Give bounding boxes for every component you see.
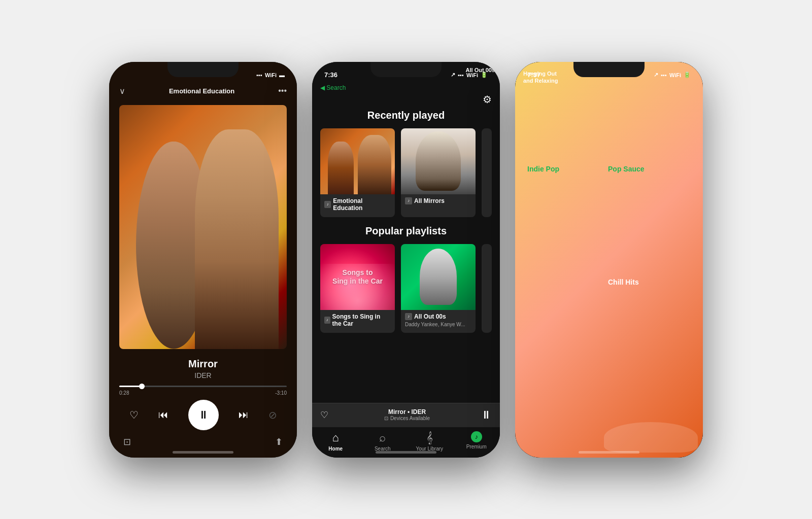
nav-library-2[interactable]: 𝄞 Your Library (406, 431, 453, 452)
mini-device-2: ⊡ Devices Available (333, 416, 481, 421)
card-stub (482, 128, 492, 217)
battery-icon-2: 🔋 (481, 72, 488, 78)
notch-2 (370, 62, 442, 77)
mini-track-name-2: Mirror • IDER (333, 408, 481, 416)
card-subtitle-all-out: Daddy Yankee, Kanye W... (405, 322, 471, 327)
np-header: ∨ Emotional Education ••• (109, 84, 297, 100)
card-name-all-out: All Out 00s (414, 313, 446, 320)
time-remaining: -3:10 (275, 390, 287, 396)
chill-cards-row: Hanging Outand Relaxing ♪ Hanging Out an… (523, 234, 695, 319)
nav-premium-label-2: Premium (466, 444, 487, 449)
album-art (119, 105, 287, 349)
status-time-3: 7:37 (527, 71, 540, 79)
album-art-container (109, 100, 297, 354)
playlist-type-icon: ♪ (324, 317, 330, 324)
pause-button[interactable]: ⏸ (188, 400, 219, 430)
phone-vibe: 7:37 ↗ ▪▪▪ WiFi 🔋 ◀ Search Keep the vibe… (515, 62, 703, 458)
settings-button[interactable]: ⚙ (312, 93, 500, 110)
home-icon: ⌂ (332, 431, 339, 444)
home-indicator[interactable] (173, 451, 233, 454)
progress-dot (139, 384, 145, 389)
emotional-education-art (320, 128, 395, 194)
card-info-all-out: ♪ All Out 00s Daddy Yankee, Kanye W... (401, 310, 476, 331)
card-info-emotional: ♪ Emotional Education (320, 194, 395, 217)
notch-3 (573, 62, 645, 77)
phone-now-playing: ▪▪▪ WiFi ▬ ∨ Emotional Education ••• (109, 62, 297, 458)
signal-icon: ▪▪▪ (256, 72, 262, 78)
all-out-art: All Out 00s (401, 244, 476, 310)
battery-icon-3: 🔋 (684, 72, 691, 78)
mini-track-info-2: Mirror • IDER ⊡ Devices Available (333, 408, 481, 421)
songs-car-art: Songs toSing in the Car (320, 244, 395, 310)
all-mirrors-art (401, 128, 476, 194)
progress-times: 0:28 -3:10 (119, 390, 287, 396)
signal-icon-2: ▪▪▪ (458, 72, 464, 78)
search-icon: ⌕ (379, 431, 386, 444)
signal-icon-3: ▪▪▪ (661, 72, 667, 78)
like-button[interactable]: ♡ (129, 409, 139, 421)
nav-home-2[interactable]: ⌂ Home (312, 431, 359, 452)
bottom-controls: ⊡ ⬆ (109, 434, 297, 458)
wifi-icon-2: WiFi (466, 72, 478, 78)
devices-button[interactable]: ⊡ (123, 436, 131, 447)
album-type-icon-2: ♪ (405, 197, 412, 204)
chill-hits-label: Chill Hits (604, 274, 643, 290)
album-type-icon: ♪ (324, 201, 331, 208)
card-emotional-education[interactable]: ♪ Emotional Education (320, 128, 395, 217)
now-playing-screen: ▪▪▪ WiFi ▬ ∨ Emotional Education ••• (109, 62, 297, 458)
mini-like-button[interactable]: ♡ (320, 409, 328, 421)
chevron-down-icon[interactable]: ∨ (119, 86, 125, 96)
artist-name: IDER (119, 371, 287, 379)
progress-section[interactable]: 0:28 -3:10 (109, 382, 297, 398)
card-name-emotional: Emotional Education (333, 197, 391, 212)
mini-pause-button[interactable]: ⏸ (481, 408, 492, 422)
recently-played-row: ♪ Emotional Education ♪ (320, 128, 492, 217)
nav-home-label-2: Home (328, 446, 343, 452)
card-songs-car[interactable]: Songs toSing in the Car ♪ Songs to Sing … (320, 244, 395, 333)
indie-pop-label: Indie Pop (523, 161, 563, 177)
next-button[interactable]: ⏭ (239, 409, 249, 421)
phone-home: 7:36 ↗ ▪▪▪ WiFi 🔋 ◀ Search ⚙ Recently pl… (312, 62, 500, 458)
status-icons-1: ▪▪▪ WiFi ▬ (256, 72, 285, 78)
prev-button[interactable]: ⏮ (158, 409, 168, 421)
np-screen-title: Emotional Education (125, 87, 278, 95)
more-options-icon[interactable]: ••• (278, 86, 287, 95)
card-info-mirrors: ♪ All Mirrors (401, 194, 476, 210)
card-all-mirrors[interactable]: ♪ All Mirrors (401, 128, 476, 217)
card-name-songs-car: Songs to Sing in the Car (332, 313, 391, 327)
app-screen-3: 7:37 ↗ ▪▪▪ WiFi 🔋 ◀ Search Keep the vibe… (515, 62, 703, 458)
status-icons-3: ↗ ▪▪▪ WiFi 🔋 (654, 72, 691, 78)
nav-premium-2[interactable]: ♪ Premium (453, 431, 500, 452)
nav-search-2[interactable]: ⌕ Search (359, 431, 407, 452)
person-right (195, 129, 279, 349)
back-arrow-icon: ◀ Search (320, 84, 346, 91)
wifi-icon-3: WiFi (669, 72, 681, 78)
spotify-icon: ♪ (471, 431, 482, 442)
location-icon: ↗ (451, 72, 455, 78)
status-time-2: 7:36 (324, 71, 337, 79)
wifi-icon: WiFi (265, 72, 277, 78)
card-all-out-00s[interactable]: All Out 00s ♪ All Out 00s Daddy Yankee, … (401, 244, 476, 333)
home-indicator-2[interactable] (376, 451, 436, 454)
popular-playlists-title: Popular playlists (320, 225, 492, 237)
chill-hits-art: Chill Hits (604, 234, 679, 290)
back-to-search[interactable]: ◀ Search (312, 84, 500, 93)
home-indicator-3[interactable] (579, 451, 639, 454)
track-name: Mirror (119, 358, 287, 370)
status-icons-2: ↗ ▪▪▪ WiFi 🔋 (451, 72, 488, 78)
devices-icon: ⊡ (384, 416, 388, 421)
app-screen-2: 7:36 ↗ ▪▪▪ WiFi 🔋 ◀ Search ⚙ Recently pl… (312, 62, 500, 458)
pop-sauce-label: Pop Sauce (604, 161, 649, 177)
card-chill-hits[interactable]: Chill Hits ♪ Chill Hits Bill... (604, 234, 679, 319)
library-icon: 𝄞 (426, 431, 433, 444)
notch (167, 62, 239, 77)
progress-bar[interactable] (119, 386, 287, 387)
card-info-songs-car: ♪ Songs to Sing in the Car (320, 310, 395, 333)
card-stub-2 (482, 244, 492, 333)
block-button[interactable]: ⊘ (268, 409, 277, 421)
mini-player-2[interactable]: ♡ Mirror • IDER ⊡ Devices Available ⏸ (312, 403, 500, 427)
track-info: Mirror IDER (109, 354, 297, 382)
time-elapsed: 0:28 (119, 390, 129, 396)
share-button[interactable]: ⬆ (275, 436, 283, 447)
recently-played-title: Recently played (320, 110, 492, 121)
